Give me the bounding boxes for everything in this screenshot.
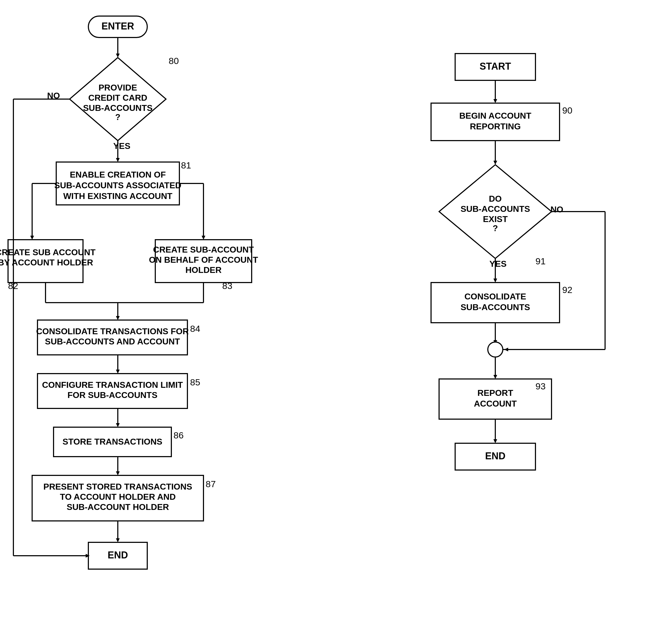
svg-text:PRESENT STORED TRANSACTIONS: PRESENT STORED TRANSACTIONS bbox=[43, 482, 192, 492]
svg-text:CONSOLIDATE: CONSOLIDATE bbox=[464, 292, 526, 301]
svg-text:REPORTING: REPORTING bbox=[470, 121, 521, 131]
svg-text:REPORT: REPORT bbox=[478, 388, 513, 398]
ref-83: 83 bbox=[222, 281, 232, 291]
end-right-label: END bbox=[485, 451, 505, 461]
svg-marker-9 bbox=[116, 158, 120, 162]
svg-text:CREDIT CARD: CREDIT CARD bbox=[88, 93, 147, 103]
ref-87: 87 bbox=[206, 479, 216, 489]
svg-text:PROVIDE: PROVIDE bbox=[99, 83, 137, 92]
svg-text:ENABLE CREATION OF: ENABLE CREATION OF bbox=[70, 170, 166, 179]
svg-text:STORE TRANSACTIONS: STORE TRANSACTIONS bbox=[63, 437, 163, 447]
yes-label-91: YES bbox=[489, 259, 507, 269]
svg-text:SUB-ACCOUNTS: SUB-ACCOUNTS bbox=[460, 204, 530, 214]
ref-93: 93 bbox=[536, 381, 546, 391]
svg-marker-16 bbox=[30, 236, 34, 240]
yes-label-80: YES bbox=[113, 141, 130, 151]
svg-text:?: ? bbox=[493, 223, 498, 233]
ref-85: 85 bbox=[190, 377, 200, 387]
svg-marker-82 bbox=[504, 348, 508, 351]
svg-text:ACCOUNT: ACCOUNT bbox=[474, 399, 517, 408]
svg-marker-72 bbox=[493, 278, 497, 282]
enter-label: ENTER bbox=[102, 20, 134, 32]
svg-marker-32 bbox=[116, 316, 120, 320]
svg-marker-37 bbox=[116, 370, 120, 374]
svg-marker-84 bbox=[493, 375, 497, 379]
svg-text:ON BEHALF OF ACCOUNT: ON BEHALF OF ACCOUNT bbox=[149, 255, 258, 265]
ref-90: 90 bbox=[562, 105, 572, 115]
end-left-label: END bbox=[108, 550, 128, 561]
svg-text:?: ? bbox=[115, 112, 120, 122]
svg-text:CREATE SUB-ACCOUNT: CREATE SUB-ACCOUNT bbox=[153, 245, 254, 254]
start-label: START bbox=[480, 61, 511, 72]
svg-marker-60 bbox=[493, 99, 497, 103]
svg-text:SUB-ACCOUNT HOLDER: SUB-ACCOUNT HOLDER bbox=[67, 502, 169, 512]
svg-text:WITH EXISTING ACCOUNT: WITH EXISTING ACCOUNT bbox=[63, 191, 172, 201]
svg-text:FOR SUB-ACCOUNTS: FOR SUB-ACCOUNTS bbox=[67, 390, 157, 400]
svg-text:TO ACCOUNT HOLDER AND: TO ACCOUNT HOLDER AND bbox=[60, 492, 176, 502]
ref-86: 86 bbox=[173, 430, 184, 440]
svg-text:CONSOLIDATE TRANSACTIONS FOR: CONSOLIDATE TRANSACTIONS FOR bbox=[36, 326, 189, 336]
svg-text:DO: DO bbox=[489, 194, 502, 204]
svg-marker-42 bbox=[116, 423, 120, 427]
svg-point-78 bbox=[488, 342, 503, 357]
svg-marker-19 bbox=[202, 236, 205, 240]
svg-text:SUB-ACCOUNTS: SUB-ACCOUNTS bbox=[460, 302, 530, 312]
svg-text:SUB-ACCOUNTS: SUB-ACCOUNTS bbox=[83, 103, 153, 113]
ref-92: 92 bbox=[562, 285, 572, 295]
svg-marker-89 bbox=[493, 439, 497, 443]
ref-91: 91 bbox=[536, 256, 546, 266]
svg-text:HOLDER: HOLDER bbox=[185, 265, 221, 275]
svg-text:BY ACCOUNT HOLDER: BY ACCOUNT HOLDER bbox=[0, 258, 93, 267]
svg-text:CREATE SUB ACCOUNT: CREATE SUB ACCOUNT bbox=[0, 248, 96, 257]
svg-marker-52 bbox=[116, 538, 120, 542]
svg-text:BEGIN ACCOUNT: BEGIN ACCOUNT bbox=[459, 111, 531, 120]
ref-84: 84 bbox=[190, 323, 200, 334]
diagram-container: ENTER PROVIDE CREDIT CARD SUB-ACCOUNTS ?… bbox=[0, 0, 672, 620]
ref-81: 81 bbox=[181, 160, 191, 170]
ref-80: 80 bbox=[169, 56, 179, 66]
no-label-91: NO bbox=[551, 205, 563, 214]
svg-text:EXIST: EXIST bbox=[483, 214, 508, 224]
svg-text:SUB-ACCOUNTS ASSOCIATED: SUB-ACCOUNTS ASSOCIATED bbox=[54, 180, 181, 190]
svg-marker-46 bbox=[116, 471, 120, 475]
svg-text:SUB-ACCOUNTS AND ACCOUNT: SUB-ACCOUNTS AND ACCOUNT bbox=[45, 337, 180, 346]
svg-text:CONFIGURE TRANSACTION LIMIT: CONFIGURE TRANSACTION LIMIT bbox=[42, 380, 183, 390]
